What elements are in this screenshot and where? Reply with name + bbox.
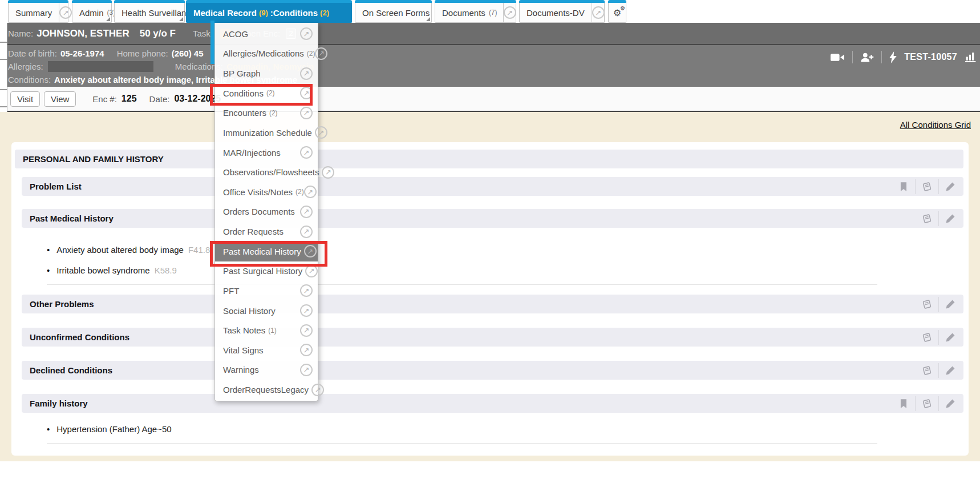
icon-divider bbox=[938, 297, 939, 312]
icon-divider bbox=[938, 330, 939, 345]
menu-item-order-requests[interactable]: Order Requests bbox=[215, 222, 318, 241]
menu-item-orderrequestslegacy[interactable]: OrderRequestsLegacy bbox=[215, 380, 318, 400]
tab-medical-record-active[interactable]: Medical Record (9) :Conditions (2) bbox=[186, 3, 352, 23]
module-tab-bar: Summary Admin (3) Health Surveillance Me… bbox=[0, 0, 980, 23]
menu-item-acog[interactable]: ACOG bbox=[215, 24, 318, 44]
tab-label: Documents bbox=[435, 8, 492, 18]
tab-health-surveillance[interactable]: Health Surveillance bbox=[114, 3, 185, 23]
tab-popout-segment[interactable] bbox=[59, 3, 72, 22]
edit-pencil-icon[interactable] bbox=[945, 399, 955, 409]
home-phone-value: (260) 45 bbox=[172, 49, 204, 58]
menu-item-label: Allergies/Medications bbox=[223, 49, 304, 58]
list-divider bbox=[47, 443, 877, 444]
circle-arrow-icon[interactable] bbox=[311, 384, 324, 396]
patient-conditions-row: Conditions: Anxiety about altered body i… bbox=[0, 73, 980, 86]
notebook-icon[interactable] bbox=[922, 399, 932, 409]
menu-item-label: Conditions bbox=[223, 88, 264, 98]
person-add-icon[interactable] bbox=[860, 53, 874, 62]
menu-item-task-notes[interactable]: Task Notes(1) bbox=[215, 320, 318, 340]
section-family-history: Family history bbox=[22, 394, 963, 413]
menu-item-past-medical-history[interactable]: Past Medical History bbox=[215, 241, 318, 261]
circle-arrow-icon[interactable] bbox=[300, 304, 313, 317]
bookmark-icon[interactable] bbox=[898, 399, 909, 409]
edit-pencil-icon[interactable] bbox=[945, 365, 955, 376]
tab-summary[interactable]: Summary bbox=[8, 3, 68, 23]
bar-chart-icon[interactable] bbox=[965, 52, 977, 62]
menu-item-orders-documents[interactable]: Orders Documents bbox=[215, 202, 318, 222]
tab-on-screen-forms[interactable]: On Screen Forms bbox=[355, 3, 432, 23]
circle-arrow-icon[interactable] bbox=[592, 6, 605, 19]
menu-item-mar-injections[interactable]: MAR/Injections bbox=[215, 143, 318, 163]
menu-item-warnings[interactable]: Warnings bbox=[215, 360, 318, 380]
menu-item-past-surgical-history[interactable]: Past Surgical History bbox=[215, 261, 318, 281]
circle-arrow-icon[interactable] bbox=[300, 67, 313, 80]
bookmark-icon[interactable] bbox=[898, 182, 909, 192]
menu-item-allergies-medications[interactable]: Allergies/Medications(2) bbox=[215, 44, 318, 64]
view-button[interactable]: View bbox=[44, 91, 76, 107]
icon-divider bbox=[938, 179, 939, 194]
tab-popout-segment[interactable] bbox=[592, 3, 605, 22]
circle-arrow-icon[interactable] bbox=[59, 6, 72, 19]
section-title: PERSONAL AND FAMILY HISTORY bbox=[23, 154, 164, 164]
tab-admin[interactable]: Admin (3) bbox=[72, 3, 112, 23]
circle-arrow-icon[interactable] bbox=[304, 186, 317, 198]
circle-arrow-icon[interactable] bbox=[504, 6, 516, 19]
video-camera-icon[interactable] bbox=[831, 53, 845, 62]
menu-item-office-visits-notes[interactable]: Office Visits/Notes(2) bbox=[215, 182, 318, 202]
menu-item-vital-signs[interactable]: Vital Signs bbox=[215, 340, 318, 360]
tab-subcount: (2) bbox=[319, 9, 330, 17]
circle-arrow-icon[interactable] bbox=[300, 146, 313, 159]
tab-documents[interactable]: Documents (7) bbox=[435, 3, 516, 23]
menu-item-count: (2) bbox=[307, 50, 315, 58]
lightning-icon[interactable] bbox=[889, 51, 897, 63]
edit-pencil-icon[interactable] bbox=[945, 299, 955, 309]
section-title: Family history bbox=[30, 399, 88, 408]
menu-item-conditions[interactable]: Conditions(2) bbox=[215, 83, 318, 103]
tab-count: (7) bbox=[489, 9, 503, 17]
circle-arrow-icon[interactable] bbox=[300, 226, 313, 238]
menu-item-label: Task Notes bbox=[223, 325, 265, 335]
menu-item-social-history[interactable]: Social History bbox=[215, 301, 318, 321]
tab-popout-segment[interactable] bbox=[503, 3, 516, 22]
circle-arrow-icon[interactable] bbox=[305, 265, 318, 277]
menu-item-label: Observations/Flowsheets bbox=[223, 167, 319, 177]
notebook-icon[interactable] bbox=[922, 299, 932, 309]
circle-arrow-icon[interactable] bbox=[300, 206, 313, 218]
tab-top-accent bbox=[435, 0, 516, 3]
menu-item-observations-flowsheets[interactable]: Observations/Flowsheets bbox=[215, 162, 318, 182]
circle-arrow-icon[interactable] bbox=[300, 87, 313, 99]
tab-settings[interactable] bbox=[608, 3, 626, 23]
edit-pencil-icon[interactable] bbox=[945, 332, 955, 343]
condition-text: Anxiety about altered body image bbox=[56, 245, 184, 255]
edit-pencil-icon[interactable] bbox=[945, 214, 955, 224]
circle-arrow-icon[interactable] bbox=[304, 245, 317, 257]
circle-arrow-icon[interactable] bbox=[300, 284, 313, 297]
circle-arrow-icon[interactable] bbox=[300, 344, 313, 356]
section-problem-list: Problem List bbox=[22, 177, 963, 196]
circle-arrow-icon[interactable] bbox=[300, 324, 313, 337]
edge-tick bbox=[0, 89, 7, 90]
notebook-icon[interactable] bbox=[922, 214, 932, 224]
circle-arrow-icon[interactable] bbox=[300, 27, 313, 40]
menu-item-encounters[interactable]: Encounters(2) bbox=[215, 103, 318, 123]
visit-button[interactable]: Visit bbox=[10, 91, 40, 107]
notebook-icon[interactable] bbox=[922, 365, 932, 376]
section-other-problems: Other Problems bbox=[22, 295, 963, 313]
tab-documents-dv[interactable]: Documents-DV bbox=[519, 3, 605, 23]
notebook-icon[interactable] bbox=[922, 182, 932, 192]
menu-item-pft[interactable]: PFT bbox=[215, 281, 318, 301]
medical-record-dropdown-menu: ACOG Allergies/Medications(2) BP Graph C… bbox=[214, 23, 318, 401]
edit-pencil-icon[interactable] bbox=[945, 182, 955, 192]
all-conditions-grid-link[interactable]: All Conditions Grid bbox=[900, 120, 971, 130]
tab-label: Medical Record bbox=[187, 8, 258, 18]
tab-top-accent bbox=[186, 0, 352, 3]
date-value: 03-12-2025 bbox=[174, 94, 221, 104]
notebook-icon[interactable] bbox=[922, 332, 932, 343]
menu-item-label: MAR/Injections bbox=[223, 148, 281, 158]
circle-arrow-icon[interactable] bbox=[300, 364, 313, 376]
menu-item-immunization-schedule[interactable]: Immunization Schedule bbox=[215, 123, 318, 143]
circle-arrow-icon[interactable] bbox=[322, 166, 334, 179]
menu-item-bp-graph[interactable]: BP Graph bbox=[215, 63, 318, 83]
menu-left-accent bbox=[210, 21, 214, 64]
circle-arrow-icon[interactable] bbox=[300, 107, 313, 119]
